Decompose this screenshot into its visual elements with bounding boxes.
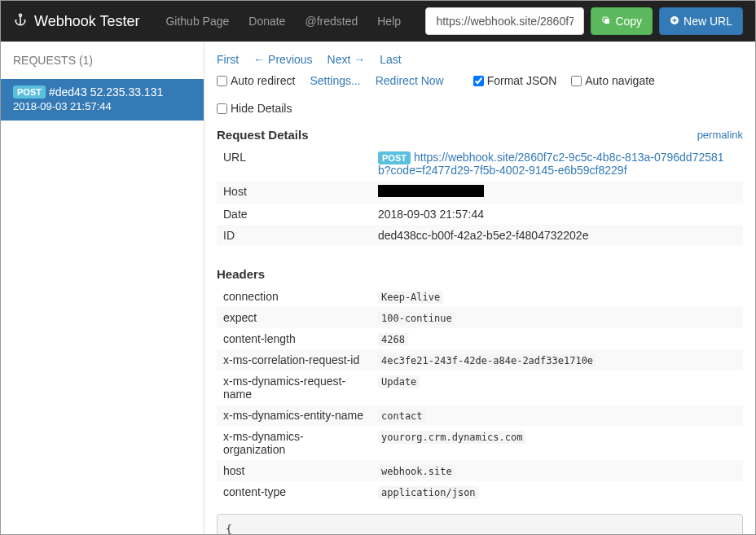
table-row: x-ms-dynamics-organizationyourorg.crm.dy… (217, 426, 743, 460)
redirect-now-link[interactable]: Redirect Now (376, 74, 444, 87)
url-input[interactable] (425, 7, 584, 35)
date-value: 2018-09-03 21:57:44 (371, 204, 743, 225)
header-code: Update (378, 375, 420, 388)
request-ip: 52.235.33.131 (90, 86, 164, 99)
header-value: contact (371, 405, 743, 426)
navbar-links: Github Page Donate @fredsted Help (156, 2, 411, 40)
table-row: x-ms-dynamics-entity-namecontact (217, 405, 743, 426)
header-value: Keep-Alive (371, 286, 743, 307)
brand-text: Webhook Tester (34, 13, 139, 30)
header-code: contact (378, 410, 426, 423)
request-id-short: #ded43 (49, 86, 87, 99)
anchor-icon (13, 12, 28, 31)
headers-title: Headers (217, 262, 743, 286)
table-row: connectionKeep-Alive (217, 286, 743, 307)
options-row: Auto redirect Settings... Redirect Now F… (217, 71, 743, 123)
table-row: hostwebhook.site (217, 460, 743, 481)
header-code: yourorg.crm.dynamics.com (378, 431, 525, 444)
id-value: ded438cc-b00f-42a2-b5e2-f4804732202e (371, 225, 743, 246)
date-label: Date (217, 204, 371, 225)
auto-redirect-checkbox[interactable] (217, 76, 227, 86)
sidebar: REQUESTS (1) POST #ded43 52.235.33.131 2… (1, 42, 204, 535)
copy-icon (601, 15, 611, 28)
hide-details-checkbox[interactable] (217, 103, 227, 114)
header-key: expect (217, 307, 371, 328)
header-code: 4ec3fe21-243f-42de-a84e-2adf33e1710e (378, 354, 596, 367)
plus-circle-icon (670, 15, 679, 28)
table-row: Host (217, 181, 743, 204)
nav-help[interactable]: Help (367, 2, 411, 40)
hide-details-toggle[interactable]: Hide Details (217, 102, 292, 115)
method-badge: POST (378, 151, 411, 164)
pager-prev[interactable]: ← Previous (253, 53, 312, 66)
method-badge: POST (13, 86, 46, 99)
brand[interactable]: Webhook Tester (13, 12, 139, 31)
svg-point-0 (20, 14, 22, 16)
body-json[interactable]: { "BusinessUnitId": "4b9de844-e50c-e811-… (217, 514, 743, 535)
navbar-right: Copy New URL (425, 7, 743, 35)
table-row: expect100-continue (217, 307, 743, 328)
header-code: application/json (378, 486, 479, 499)
container: REQUESTS (1) POST #ded43 52.235.33.131 2… (1, 42, 755, 535)
pager-next[interactable]: Next → (327, 53, 366, 66)
format-json-checkbox[interactable] (473, 76, 484, 86)
table-row: Date 2018-09-03 21:57:44 (217, 204, 743, 225)
table-row: content-typeapplication/json (217, 481, 743, 502)
new-url-button[interactable]: New URL (659, 7, 743, 35)
id-label: ID (217, 225, 371, 246)
auto-navigate-checkbox[interactable] (571, 76, 582, 86)
settings-link[interactable]: Settings... (310, 74, 360, 87)
table-row: x-ms-correlation-request-id4ec3fe21-243f… (217, 349, 743, 371)
table-row: ID ded438cc-b00f-42a2-b5e2-f4804732202e (217, 225, 743, 246)
request-url-link[interactable]: https://webhook.site/2860f7c2-9c5c-4b8c-… (378, 151, 724, 177)
header-value: application/json (371, 481, 743, 502)
table-row: URL POSThttps://webhook.site/2860f7c2-9c… (217, 147, 743, 181)
headers-table: connectionKeep-Aliveexpect100-continueco… (217, 286, 743, 502)
host-label: Host (217, 181, 371, 204)
header-key: x-ms-dynamics-entity-name (217, 405, 371, 426)
header-value: 4ec3fe21-243f-42de-a84e-2adf33e1710e (371, 349, 743, 371)
pager-first[interactable]: First (217, 53, 239, 66)
auto-redirect-toggle[interactable]: Auto redirect (217, 74, 295, 87)
nav-github[interactable]: Github Page (156, 2, 239, 40)
header-value: 4268 (371, 328, 743, 349)
format-json-toggle[interactable]: Format JSON (473, 74, 557, 87)
sidebar-header: REQUESTS (1) (1, 42, 204, 79)
navbar: Webhook Tester Github Page Donate @freds… (1, 1, 755, 42)
header-key: content-type (217, 481, 371, 502)
nav-donate[interactable]: Donate (239, 2, 295, 40)
copy-button[interactable]: Copy (591, 7, 653, 35)
header-key: x-ms-dynamics-organization (217, 426, 371, 460)
header-value: webhook.site (371, 460, 743, 481)
request-time: 2018-09-03 21:57:44 (13, 100, 191, 112)
header-key: connection (217, 286, 371, 307)
header-value: 100-continue (371, 307, 743, 328)
svg-rect-4 (604, 19, 609, 24)
pager: First ← Previous Next → Last (217, 50, 743, 71)
request-details-title: Request Details permalink (217, 123, 743, 147)
url-label: URL (217, 147, 371, 181)
redacted-host (378, 185, 484, 197)
request-list-item[interactable]: POST #ded43 52.235.33.131 2018-09-03 21:… (1, 79, 204, 121)
header-key: content-length (217, 328, 371, 349)
auto-navigate-toggle[interactable]: Auto navigate (571, 74, 655, 87)
table-row: content-length4268 (217, 328, 743, 349)
header-key: x-ms-correlation-request-id (217, 349, 371, 371)
request-details-table: URL POSThttps://webhook.site/2860f7c2-9c… (217, 147, 743, 246)
new-url-label: New URL (683, 15, 732, 28)
header-key: host (217, 460, 371, 481)
table-row: x-ms-dynamics-request-nameUpdate (217, 371, 743, 405)
header-code: webhook.site (378, 465, 455, 478)
copy-label: Copy (615, 15, 642, 28)
header-value: Update (371, 371, 743, 405)
pager-last[interactable]: Last (380, 53, 401, 66)
header-value: yourorg.crm.dynamics.com (371, 426, 743, 460)
header-key: x-ms-dynamics-request-name (217, 371, 371, 405)
permalink[interactable]: permalink (697, 129, 743, 141)
header-code: 100-continue (378, 312, 455, 325)
header-code: 4268 (378, 333, 408, 346)
main: First ← Previous Next → Last Auto redire… (204, 42, 755, 535)
header-code: Keep-Alive (378, 291, 443, 304)
nav-twitter[interactable]: @fredsted (295, 2, 367, 40)
